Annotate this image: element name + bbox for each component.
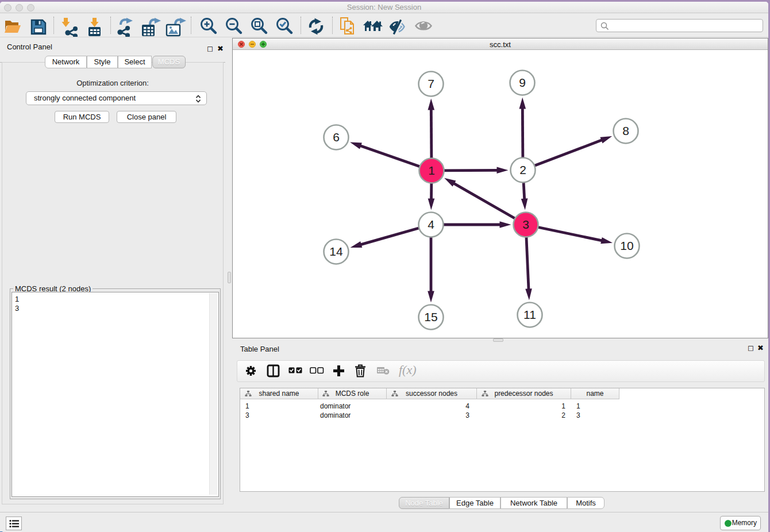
- svg-text:9: 9: [519, 76, 526, 89]
- svg-text:3: 3: [522, 218, 529, 231]
- svg-text:4: 4: [428, 218, 434, 231]
- svg-text:11: 11: [523, 308, 536, 321]
- svg-text:10: 10: [620, 239, 633, 252]
- svg-text:1: 1: [428, 164, 435, 177]
- svg-text:14: 14: [329, 245, 343, 258]
- svg-text:8: 8: [622, 124, 629, 137]
- svg-text:2: 2: [519, 163, 526, 176]
- svg-text:7: 7: [428, 77, 434, 90]
- svg-text:15: 15: [424, 310, 437, 323]
- svg-text:6: 6: [333, 130, 340, 144]
